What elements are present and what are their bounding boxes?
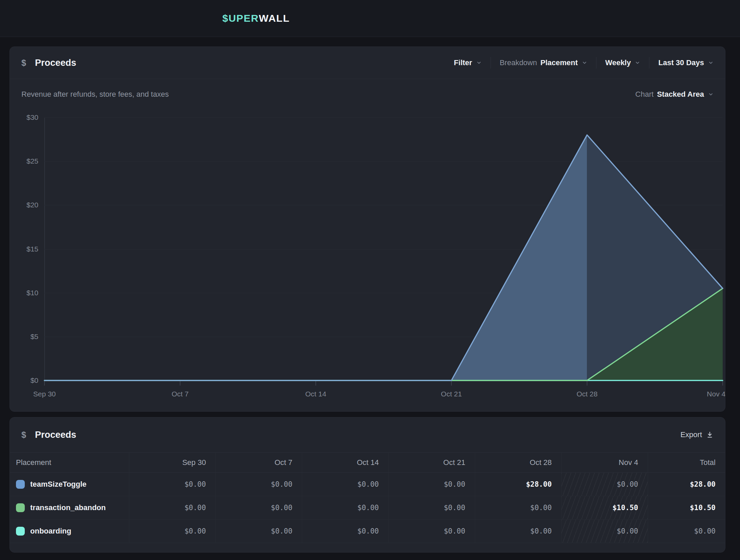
x-tick-label: Oct 28 bbox=[576, 390, 597, 398]
proceeds-chart-panel: $ Proceeds Filter Breakdown Placement We… bbox=[10, 46, 725, 412]
chevron-down-icon bbox=[635, 60, 640, 66]
table-header-cell: Oct 21 bbox=[389, 453, 475, 472]
series-color-swatch bbox=[16, 503, 25, 512]
export-label: Export bbox=[680, 430, 702, 439]
chart-type-value: Stacked Area bbox=[657, 90, 704, 99]
table-row: transaction_abandon$0.00$0.00$0.00$0.00$… bbox=[10, 496, 725, 520]
y-tick-label: $0 bbox=[11, 376, 38, 385]
date-range-dropdown[interactable]: Last 30 Days bbox=[658, 58, 714, 67]
chevron-down-icon bbox=[708, 92, 714, 97]
divider bbox=[649, 57, 649, 69]
download-icon bbox=[706, 431, 714, 438]
date-range-value: Last 30 Days bbox=[658, 58, 704, 67]
chevron-down-icon bbox=[708, 60, 714, 66]
placement-label: teamSizeToggle bbox=[30, 480, 87, 489]
value-cell: $0.00 bbox=[302, 473, 389, 496]
placement-cell: teamSizeToggle bbox=[10, 473, 129, 496]
table-panel-header: $ Proceeds Export bbox=[10, 417, 725, 452]
y-tick-label: $20 bbox=[11, 201, 38, 209]
teamSizeToggle-area bbox=[44, 135, 587, 380]
value-cell: $28.00 bbox=[648, 473, 725, 496]
table-panel-title: Proceeds bbox=[35, 430, 76, 440]
chart-subtitle: Revenue after refunds, store fees, and t… bbox=[21, 90, 169, 99]
value-cell: $0.00 bbox=[216, 473, 302, 496]
table-header-cell: Placement bbox=[10, 453, 129, 472]
table-row: teamSizeToggle$0.00$0.00$0.00$0.00$28.00… bbox=[10, 473, 725, 496]
placement-label: transaction_abandon bbox=[30, 503, 106, 512]
chart-controls: Filter Breakdown Placement Weekly Last 3… bbox=[454, 57, 714, 69]
series-color-swatch bbox=[16, 480, 25, 489]
dollar-icon: $ bbox=[21, 430, 26, 440]
value-cell: $0.00 bbox=[216, 496, 302, 519]
x-tick-label: Nov 4 bbox=[707, 390, 725, 398]
value-cell: $0.00 bbox=[129, 496, 216, 519]
value-cell: $0.00 bbox=[561, 473, 648, 496]
top-nav: $UPERWALL bbox=[0, 0, 740, 37]
x-tick-label: Sep 30 bbox=[33, 390, 56, 398]
proceeds-table-panel: $ Proceeds Export PlacementSep 30Oct 7Oc… bbox=[10, 417, 725, 553]
app-logo[interactable]: $UPERWALL bbox=[222, 0, 290, 37]
value-cell: $0.00 bbox=[648, 520, 725, 543]
placement-cell: onboarding bbox=[10, 520, 129, 543]
x-tick-label: Oct 14 bbox=[305, 390, 326, 398]
interval-value: Weekly bbox=[605, 58, 631, 67]
chart-type-dropdown[interactable]: Chart Stacked Area bbox=[635, 90, 714, 99]
series-color-swatch bbox=[16, 527, 25, 536]
logo-accent-text: $UPER bbox=[222, 13, 259, 24]
table-header-cell: Oct 7 bbox=[216, 453, 302, 472]
table-header-cell: Oct 28 bbox=[475, 453, 562, 472]
breakdown-label: Breakdown bbox=[500, 58, 537, 67]
value-cell: $0.00 bbox=[475, 520, 562, 543]
proceeds-table: PlacementSep 30Oct 7Oct 14Oct 21Oct 28No… bbox=[10, 452, 725, 543]
divider bbox=[596, 57, 596, 69]
value-cell: $10.50 bbox=[648, 496, 725, 519]
filter-dropdown[interactable]: Filter bbox=[454, 58, 482, 67]
value-cell: $0.00 bbox=[389, 496, 475, 519]
placement-label: onboarding bbox=[30, 527, 71, 536]
breakdown-dropdown[interactable]: Breakdown Placement bbox=[500, 58, 587, 67]
chart-panel-title: Proceeds bbox=[35, 58, 76, 68]
placement-cell: transaction_abandon bbox=[10, 496, 129, 519]
table-header-cell: Oct 14 bbox=[302, 453, 389, 472]
chart-sub-row: Revenue after refunds, store fees, and t… bbox=[21, 88, 714, 101]
y-tick-label: $15 bbox=[11, 245, 38, 254]
value-cell: $10.50 bbox=[561, 496, 648, 519]
table-header-cell: Total bbox=[648, 453, 725, 472]
interval-dropdown[interactable]: Weekly bbox=[605, 58, 640, 67]
chevron-down-icon bbox=[476, 60, 482, 66]
dollar-icon: $ bbox=[21, 58, 26, 68]
breakdown-value: Placement bbox=[540, 58, 578, 67]
value-cell: $0.00 bbox=[475, 496, 562, 519]
export-button[interactable]: Export bbox=[680, 430, 714, 439]
value-cell: $0.00 bbox=[302, 520, 389, 543]
table-body: teamSizeToggle$0.00$0.00$0.00$0.00$28.00… bbox=[10, 473, 725, 543]
value-cell: $0.00 bbox=[129, 520, 216, 543]
divider bbox=[491, 57, 491, 69]
chart-series-svg bbox=[44, 117, 723, 386]
stacked-area-chart: $0$5$10$15$20$25$30 Sep 30Oct 7Oct 14Oct… bbox=[44, 117, 723, 380]
table-header-row: PlacementSep 30Oct 7Oct 14Oct 21Oct 28No… bbox=[10, 452, 725, 473]
x-tick-label: Oct 7 bbox=[172, 390, 189, 398]
chevron-down-icon bbox=[582, 60, 587, 66]
table-header-cell: Sep 30 bbox=[129, 453, 216, 472]
y-tick-label: $30 bbox=[11, 113, 38, 122]
value-cell: $0.00 bbox=[302, 496, 389, 519]
value-cell: $0.00 bbox=[216, 520, 302, 543]
chart-panel-header: $ Proceeds Filter Breakdown Placement We… bbox=[10, 47, 725, 79]
table-row: onboarding$0.00$0.00$0.00$0.00$0.00$0.00… bbox=[10, 520, 725, 543]
page: $UPERWALL $ Proceeds Filter Breakdown Pl… bbox=[0, 0, 740, 560]
value-cell: $28.00 bbox=[475, 473, 562, 496]
logo-rest-text: WALL bbox=[259, 13, 290, 24]
y-tick-label: $10 bbox=[11, 288, 38, 297]
table-header-cell: Nov 4 bbox=[561, 453, 648, 472]
x-tick-label: Oct 21 bbox=[441, 390, 462, 398]
chart-type-label: Chart bbox=[635, 90, 654, 99]
value-cell: $0.00 bbox=[389, 473, 475, 496]
y-tick-label: $25 bbox=[11, 157, 38, 166]
filter-label: Filter bbox=[454, 58, 472, 67]
value-cell: $0.00 bbox=[389, 520, 475, 543]
value-cell: $0.00 bbox=[129, 473, 216, 496]
y-tick-label: $5 bbox=[11, 332, 38, 341]
value-cell: $0.00 bbox=[561, 520, 648, 543]
